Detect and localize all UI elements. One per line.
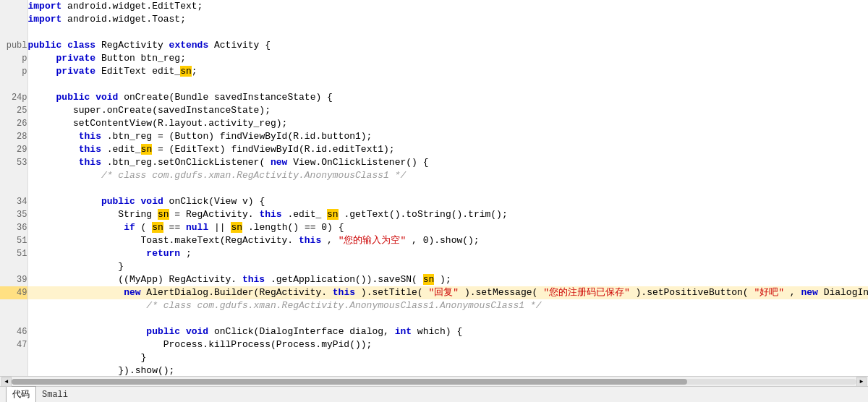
code-text: || <box>214 222 231 233</box>
tab-code[interactable]: 代码 <box>6 386 36 402</box>
code-text: ( <box>141 222 147 233</box>
code-line: private Button btn_reg; <box>27 52 868 65</box>
line-number: 28 <box>0 130 27 143</box>
scrollbar-thumb[interactable] <box>12 379 687 385</box>
keyword: new <box>801 287 817 298</box>
code-line: public void onClick(View v) { <box>27 195 868 208</box>
table-row: /* class com.gdufs.xman.RegActivity.Anon… <box>0 169 868 182</box>
code-text: setContentView(R.layout.activity_reg); <box>28 118 288 129</box>
code-text: Button btn_reg; <box>101 53 186 64</box>
highlighted-sn: sn <box>327 209 339 220</box>
code-text: ).setPositiveButton( <box>636 287 749 298</box>
code-text: = RegActivity. <box>174 209 253 220</box>
line-number: 51 <box>0 234 27 247</box>
code-text: .btn_reg = (Button) findViewById(R.id.bu… <box>107 131 373 142</box>
line-number <box>0 13 27 26</box>
highlighted-sn: sn <box>180 66 192 77</box>
code-text: ); <box>440 274 451 285</box>
code-text <box>28 326 141 337</box>
line-number <box>0 78 27 91</box>
highlighted-sn: sn <box>423 274 435 285</box>
line-number <box>0 260 27 273</box>
keyword: private <box>56 66 96 77</box>
code-line <box>27 182 868 195</box>
code-text: RegActivity <box>101 40 169 51</box>
line-number: 35 <box>0 208 27 221</box>
line-number <box>0 182 27 195</box>
line-number: 36 <box>0 221 27 234</box>
keyword: class <box>67 40 95 51</box>
line-number <box>0 364 27 376</box>
table-row: 36 if ( sn == null || sn .length() == 0 <box>0 221 868 234</box>
code-text: EditText edit_ <box>101 66 180 77</box>
line-number: 34 <box>0 195 27 208</box>
code-scroll[interactable]: import android.widget.EditText; import a… <box>0 0 868 376</box>
string-literal: "您的输入为空" <box>339 235 407 246</box>
code-line: Process.killProcess(Process.myPid()); <box>27 338 868 351</box>
code-text: ; <box>192 66 197 77</box>
code-text: AlertDialog.Builder(RegActivity. <box>146 287 327 298</box>
scrollbar-track[interactable] <box>12 379 856 385</box>
code-text: }).show(); <box>28 365 175 376</box>
table-row: 25 super.onCreate(savedInstanceState); <box>0 104 868 117</box>
table-row: 24p public void onCreate(Bundle savedIns… <box>0 91 868 104</box>
keyword: null <box>186 222 208 233</box>
code-line: super.onCreate(savedInstanceState); <box>27 104 868 117</box>
table-row <box>0 312 868 325</box>
keyword: this <box>242 274 265 285</box>
code-text <box>28 170 96 181</box>
string-literal: "回复" <box>428 287 459 298</box>
keyword: void <box>95 92 118 103</box>
code-line: }).show(); <box>27 364 868 376</box>
code-text <box>28 196 96 207</box>
highlighted-sn: sn <box>158 209 169 220</box>
code-line: import android.widget.EditText; <box>27 0 868 13</box>
status-bar: 代码 Smali <box>0 386 868 402</box>
table-row: p private Button btn_reg; <box>0 52 868 65</box>
code-text <box>28 222 119 233</box>
code-text: android.widget.Toast; <box>61 14 186 25</box>
table-row: } <box>0 351 868 364</box>
code-text <box>28 248 141 259</box>
table-row: import android.widget.Toast; <box>0 13 868 26</box>
code-text: ((MyApp) RegActivity. <box>28 274 237 285</box>
line-number: 46 <box>0 325 27 338</box>
table-row: 28 this .btn_reg = (Button) findViewById… <box>0 130 868 143</box>
table-row: import android.widget.EditText; <box>0 0 868 13</box>
string-literal: "好吧" <box>754 287 784 298</box>
code-line <box>27 78 868 91</box>
keyword: this <box>259 209 281 220</box>
keyword: import <box>28 1 62 12</box>
code-line: this .btn_reg = (Button) findViewById(R.… <box>27 130 868 143</box>
line-number: p <box>0 52 27 65</box>
code-text <box>28 53 51 64</box>
code-text: android.widget.EditText; <box>61 1 203 12</box>
scroll-right-button[interactable]: ► <box>856 377 867 387</box>
code-text: .edit_ <box>107 144 141 155</box>
code-line: this .edit_sn = (EditText) findViewById(… <box>27 143 868 156</box>
code-text: onClick(DialogInterface dialog, <box>214 326 395 337</box>
code-text: .length() == 0) { <box>248 222 344 233</box>
table-row: 35 String sn = RegActivity. this .edit_ … <box>0 208 868 221</box>
table-row: 46 public void onClick(DialogInterface d… <box>0 325 868 338</box>
keyword: new <box>124 287 140 298</box>
code-text: , <box>790 287 801 298</box>
table-row: 51 Toast.makeText(RegActivity. this , "您… <box>0 234 868 247</box>
table-row: p private EditText edit_sn; <box>0 65 868 78</box>
code-line: if ( sn == null || sn .length() == 0) { <box>27 221 868 234</box>
code-text: DialogInterface.OnClickListener <box>824 287 868 298</box>
code-text: , <box>327 235 339 246</box>
keyword: extends <box>169 40 209 51</box>
line-number: 29 <box>0 143 27 156</box>
code-text: } <box>28 261 124 272</box>
line-number <box>0 26 27 39</box>
line-number <box>0 0 27 13</box>
code-line: } <box>27 351 868 364</box>
comment: /* class com.gdufs.xman.RegActivity.Anon… <box>101 170 406 181</box>
table-row-highlighted: 49 new AlertDialog.Builder(RegActivity. … <box>0 286 868 299</box>
scroll-left-button[interactable]: ◄ <box>1 377 12 387</box>
code-line: ((MyApp) RegActivity. this .getApplicati… <box>27 273 868 286</box>
keyword: private <box>56 53 96 64</box>
table-row: /* class com.gdufs.xman.RegActivity.Anon… <box>0 299 868 312</box>
code-line <box>27 26 868 39</box>
